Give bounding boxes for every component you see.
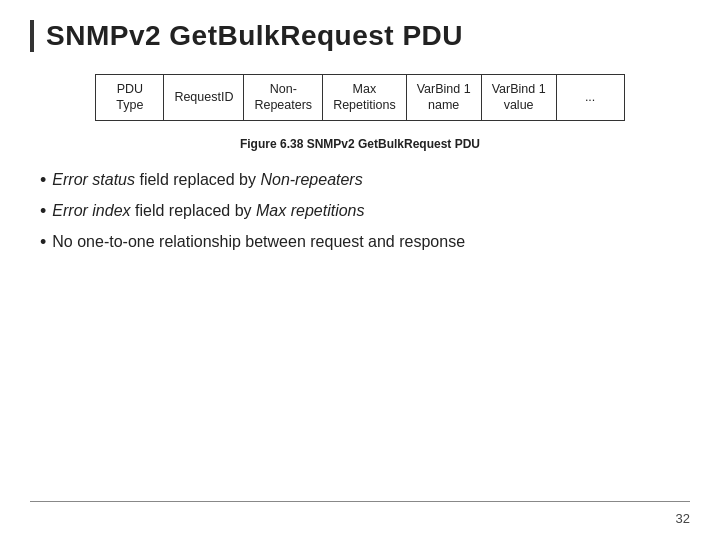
title-bar: SNMPv2 GetBulkRequest PDU [30,20,690,52]
col-request-id: RequestID [164,75,244,121]
bullet-item-3: • No one-to-one relationship between req… [40,231,690,254]
bullet-dot-1: • [40,169,46,192]
bullet-2-middle: field replaced by [135,202,256,219]
col-pdu-type: PDUType [96,75,164,121]
bullet-item-1: • Error status field replaced by Non-rep… [40,169,690,192]
slide-title: SNMPv2 GetBulkRequest PDU [46,20,463,52]
bullet-dot-3: • [40,231,46,254]
bottom-divider [30,501,690,502]
bullet-text-1: Error status field replaced by Non-repea… [52,169,362,191]
slide-container: SNMPv2 GetBulkRequest PDU PDUType Reques… [0,0,720,540]
page-number: 32 [676,511,690,526]
col-ellipsis: ... [556,75,624,121]
pdu-table: PDUType RequestID Non-Repeaters MaxRepet… [95,74,624,121]
bullet-2-suffix: Max repetitions [256,202,365,219]
bullet-1-prefix: Error status [52,171,135,188]
col-max-repetitions: MaxRepetitions [323,75,407,121]
bullet-text-3: No one-to-one relationship between reque… [52,231,465,253]
col-non-repeaters: Non-Repeaters [244,75,323,121]
bullet-dot-2: • [40,200,46,223]
figure-caption: Figure 6.38 SNMPv2 GetBulkRequest PDU [30,137,690,151]
bullet-2-prefix: Error index [52,202,130,219]
bullet-1-suffix: Non-repeaters [260,171,362,188]
bullet-item-2: • Error index field replaced by Max repe… [40,200,690,223]
col-varbind1-value: VarBind 1value [481,75,556,121]
pdu-table-area: PDUType RequestID Non-Repeaters MaxRepet… [30,74,690,121]
bullet-1-middle: field replaced by [139,171,260,188]
bullet-text-2: Error index field replaced by Max repeti… [52,200,364,222]
col-varbind1-name: VarBind 1name [406,75,481,121]
bullets-list: • Error status field replaced by Non-rep… [40,169,690,255]
